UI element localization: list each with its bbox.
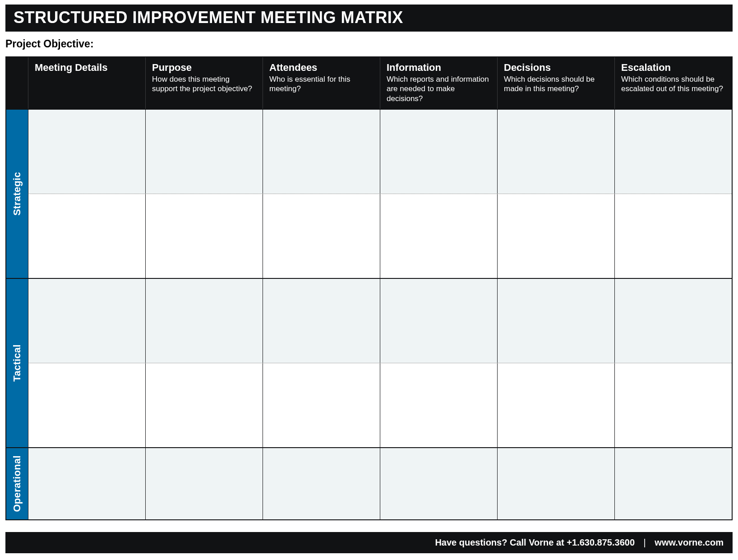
page-title: STRUCTURED IMPROVEMENT MEETING MATRIX: [14, 8, 724, 27]
cell-attendees[interactable]: [263, 363, 380, 447]
col-title: Purpose: [152, 62, 256, 74]
col-sub: How does this meeting support the projec…: [152, 74, 256, 94]
cell-information[interactable]: [380, 448, 497, 519]
cell-meeting-details[interactable]: [28, 110, 145, 194]
section-rows: [28, 448, 732, 519]
project-objective-label: Project Objective:: [5, 38, 94, 50]
section-label-operational: Operational: [6, 448, 28, 519]
cell-attendees[interactable]: [263, 448, 380, 519]
col-title: Information: [387, 62, 491, 74]
cell-decisions[interactable]: [497, 279, 614, 363]
cell-decisions[interactable]: [497, 448, 614, 519]
cell-escalation[interactable]: [614, 194, 732, 278]
col-title: Escalation: [621, 62, 725, 74]
cell-escalation[interactable]: [614, 363, 732, 447]
cell-escalation[interactable]: [614, 110, 732, 194]
col-title: Attendees: [269, 62, 374, 74]
footer-bar: Have questions? Call Vorne at +1.630.875…: [5, 532, 733, 553]
section-label-strategic: Strategic: [6, 110, 28, 278]
cell-meeting-details[interactable]: [28, 448, 145, 519]
footer-separator: |: [637, 537, 652, 547]
col-information: Information Which reports and informatio…: [380, 57, 497, 109]
cell-decisions[interactable]: [497, 194, 614, 278]
cell-attendees[interactable]: [263, 279, 380, 363]
cell-meeting-details[interactable]: [28, 279, 145, 363]
col-meeting-details: Meeting Details: [28, 57, 145, 109]
footer-site: www.vorne.com: [655, 537, 724, 547]
col-sub: Which reports and information are needed…: [387, 74, 491, 103]
cell-information[interactable]: [380, 279, 497, 363]
project-objective-row: Project Objective:: [5, 32, 733, 56]
cell-meeting-details[interactable]: [28, 194, 145, 278]
section-label-tactical: Tactical: [6, 279, 28, 447]
cell-information[interactable]: [380, 363, 497, 447]
cell-decisions[interactable]: [497, 110, 614, 194]
cell-purpose[interactable]: [145, 110, 263, 194]
footer-phone: +1.630.875.3600: [567, 537, 635, 547]
section-rows: [28, 110, 732, 278]
cell-decisions[interactable]: [497, 363, 614, 447]
table-row: [28, 448, 732, 519]
col-purpose: Purpose How does this meeting support th…: [145, 57, 263, 109]
col-sub: Which conditions should be escalated out…: [621, 74, 725, 94]
col-escalation: Escalation Which conditions should be es…: [614, 57, 732, 109]
footer-lead: Have questions?: [435, 537, 510, 547]
cell-purpose[interactable]: [145, 194, 263, 278]
section-tactical: Tactical: [6, 278, 732, 447]
col-title: Meeting Details: [35, 62, 139, 74]
table-row: [28, 194, 732, 278]
cell-escalation[interactable]: [614, 279, 732, 363]
cell-escalation[interactable]: [614, 448, 732, 519]
footer-call: Call Vorne at: [510, 537, 564, 547]
cell-information[interactable]: [380, 194, 497, 278]
meeting-matrix: Meeting Details Purpose How does this me…: [5, 56, 733, 520]
header-stub: [6, 57, 28, 109]
section-operational: Operational: [6, 447, 732, 519]
col-decisions: Decisions Which decisions should be made…: [497, 57, 614, 109]
section-rows: [28, 279, 732, 447]
section-label-text: Operational: [11, 455, 23, 512]
col-sub: Who is essential for this meeting?: [269, 74, 374, 94]
section-label-text: Strategic: [11, 172, 23, 216]
cell-purpose[interactable]: [145, 448, 263, 519]
cell-purpose[interactable]: [145, 279, 263, 363]
col-attendees: Attendees Who is essential for this meet…: [263, 57, 380, 109]
col-title: Decisions: [504, 62, 608, 74]
col-sub: Which decisions should be made in this m…: [504, 74, 608, 94]
cell-meeting-details[interactable]: [28, 363, 145, 447]
cell-attendees[interactable]: [263, 110, 380, 194]
cell-purpose[interactable]: [145, 363, 263, 447]
section-label-text: Tactical: [11, 344, 23, 382]
table-row: [28, 279, 732, 363]
cell-information[interactable]: [380, 110, 497, 194]
title-banner: STRUCTURED IMPROVEMENT MEETING MATRIX: [5, 5, 733, 32]
section-strategic: Strategic: [6, 109, 732, 278]
table-row: [28, 110, 732, 194]
cell-attendees[interactable]: [263, 194, 380, 278]
matrix-header-row: Meeting Details Purpose How does this me…: [6, 57, 732, 109]
table-row: [28, 363, 732, 447]
